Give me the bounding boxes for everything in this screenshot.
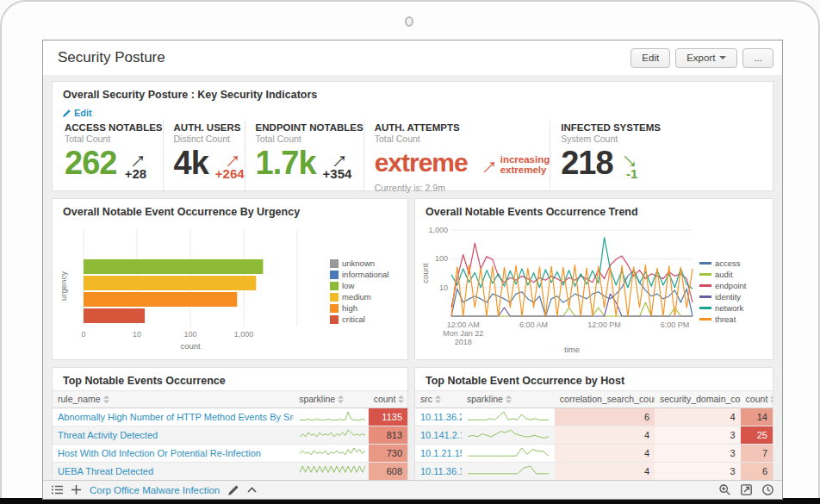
legend-item-threat[interactable]: threat <box>699 314 768 324</box>
table-row: 10.11.36.206414 <box>415 408 773 426</box>
table-row: 10.141.2.1704325 <box>415 426 773 445</box>
column-header-sparkline[interactable]: sparkline <box>462 391 555 408</box>
active-notable-link[interactable]: Corp Office Malware Infection <box>90 485 220 495</box>
urgency-chart-legend: unknowninformationallowmediumhighcritica… <box>330 223 399 354</box>
table-row: UEBA Threat Detected608 <box>53 463 407 481</box>
svg-text:count: count <box>420 263 430 283</box>
column-header-sparkline[interactable]: sparkline <box>294 391 369 408</box>
legend-swatch <box>699 284 711 287</box>
count-cell: 608 <box>369 463 407 481</box>
column-header-count[interactable]: count <box>369 391 407 408</box>
count-cell: 25 <box>741 426 773 445</box>
sparkline-cell <box>462 445 555 463</box>
legend-label: audit <box>715 270 733 279</box>
sparkline-cell <box>294 445 369 463</box>
pencil-icon[interactable] <box>228 485 239 495</box>
table-row: Threat Activity Detected813 <box>53 426 407 445</box>
src-cell[interactable]: 10.11.36.19 <box>415 463 462 481</box>
add-icon[interactable] <box>71 485 81 495</box>
legend-item-endpoint[interactable]: endpoint <box>699 281 768 290</box>
legend-item-unknown[interactable]: unknown <box>330 258 399 268</box>
legend-swatch <box>330 293 339 302</box>
ksi-edit-label: Edit <box>74 108 92 118</box>
column-header-security_domain_count[interactable]: security_domain_count <box>655 391 741 408</box>
kpi-subtitle: Total Count <box>65 134 163 144</box>
ksi-edit-link[interactable]: Edit <box>63 108 92 118</box>
kpi-value-row: 1.7k→+354 <box>256 146 363 180</box>
src-cell[interactable]: 10.141.2.170 <box>415 426 462 445</box>
kpi-trend: →+264 <box>215 149 245 180</box>
count-cell: 7 <box>741 445 773 463</box>
legend-item-low[interactable]: low <box>330 281 399 290</box>
kpi-trend: →-1 <box>620 149 644 180</box>
svg-text:100: 100 <box>183 330 196 339</box>
open-in-new-icon[interactable] <box>741 484 752 495</box>
legend-swatch <box>699 262 711 264</box>
kpi-value-row: 262→+28 <box>65 146 163 180</box>
column-header-rule_name[interactable]: rule_name <box>53 391 294 408</box>
charts-row: Overall Notable Event Occurrence By Urge… <box>52 198 773 360</box>
trend-chart-legend: accessauditendpointidentitynetworkthreat <box>699 223 768 354</box>
legend-item-access[interactable]: access <box>699 258 768 268</box>
svg-text:2018: 2018 <box>455 338 472 346</box>
legend-item-identity[interactable]: identity <box>699 292 768 302</box>
zoom-icon[interactable] <box>719 484 730 495</box>
table-row: Abnormally High Number of HTTP Method Ev… <box>53 408 407 426</box>
kpi-value: 262 <box>65 146 116 180</box>
trend-arrow-down-icon: → <box>617 143 647 173</box>
legend-item-informational[interactable]: informational <box>330 270 399 279</box>
legend-label: threat <box>715 314 736 324</box>
svg-text:12:00 PM: 12:00 PM <box>587 320 621 329</box>
sparkline-chart <box>299 446 366 458</box>
legend-item-audit[interactable]: audit <box>699 270 768 279</box>
column-header-src[interactable]: src <box>415 391 462 408</box>
column-header-label: src <box>420 394 432 404</box>
collapse-icon[interactable] <box>247 487 257 493</box>
rule_name-cell[interactable]: UEBA Threat Detected <box>53 463 294 481</box>
legend-item-critical[interactable]: critical <box>330 314 399 324</box>
legend-item-medium[interactable]: medium <box>330 292 399 302</box>
legend-label: critical <box>342 314 365 324</box>
src-cell[interactable]: 10.1.21.153 <box>415 445 462 463</box>
edit-button[interactable]: Edit <box>631 48 670 68</box>
table-row: Host With Old Infection Or Potential Re-… <box>53 445 407 463</box>
src-cell[interactable]: 10.11.36.20 <box>415 408 462 426</box>
more-button[interactable]: ... <box>742 48 773 68</box>
trend-chart-panel: Overall Notable Events Occurrence Trend … <box>414 198 773 360</box>
page-title: Security Posture <box>58 49 165 66</box>
rule_name-cell[interactable]: Host With Old Infection Or Potential Re-… <box>53 445 294 463</box>
events-table-header-row: rule_namesparklinecount <box>53 391 407 408</box>
legend-swatch <box>330 271 339 279</box>
kpi-footnote: Currently is: 2.9m <box>375 183 550 193</box>
svg-text:1,000: 1,000 <box>428 226 448 234</box>
kpi-title: AUTH. ATTEMPTS <box>375 122 550 133</box>
column-header-count[interactable]: count <box>741 391 773 408</box>
column-header-label: sparkline <box>467 394 503 404</box>
legend-item-network[interactable]: network <box>699 303 768 313</box>
kpi-value-row: 218→-1 <box>561 146 661 180</box>
trend-chart-area: 101001,00012:00 AMMon Jan 2220186:00 AM1… <box>415 221 773 354</box>
list-icon[interactable] <box>52 485 63 495</box>
export-button[interactable]: Export <box>675 48 737 68</box>
table-row: 10.11.36.19436 <box>415 463 773 481</box>
sparkline-chart <box>299 464 366 476</box>
sparkline-cell <box>462 408 555 426</box>
legend-item-high[interactable]: high <box>330 303 399 313</box>
hosts-table-title: Top Notable Event Occurrence by Host <box>415 368 773 390</box>
legend-swatch <box>699 296 711 298</box>
column-header-correlation_search_count[interactable]: correlation_search_count <box>555 391 655 408</box>
rule_name-cell[interactable]: Threat Activity Detected <box>53 426 294 445</box>
sort-icon <box>506 395 512 405</box>
kpi-subtitle: Total Count <box>375 134 550 144</box>
count-cell: 6 <box>741 463 773 481</box>
clock-icon[interactable] <box>762 484 773 495</box>
rule_name-cell[interactable]: Abnormally High Number of HTTP Method Ev… <box>53 408 294 426</box>
trend-line-chart: 101001,00012:00 AMMon Jan 2220186:00 AM1… <box>420 223 699 354</box>
urgency-chart-area: 0101001,000counturgency unknowninformati… <box>53 221 407 354</box>
count-cell: 14 <box>741 408 773 426</box>
svg-text:100: 100 <box>435 254 448 263</box>
column-header-label: sparkline <box>299 394 335 404</box>
stage: Security Posture Edit Export ... Overall… <box>0 0 820 504</box>
correlation_search_count-cell: 6 <box>555 408 655 426</box>
kpi-value: 1.7k <box>256 146 316 180</box>
